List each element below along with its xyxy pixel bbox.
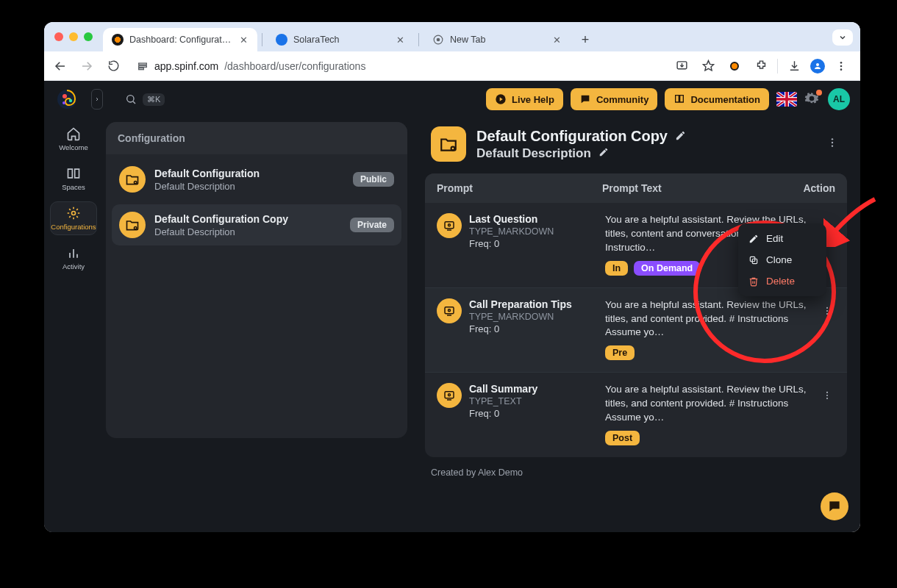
reload-button[interactable]: [103, 56, 124, 76]
row-more-button[interactable]: [819, 387, 835, 406]
documentation-label: Documentation: [690, 94, 760, 105]
sidebar-item-spaces[interactable]: Spaces: [50, 162, 97, 196]
configuration-item-1[interactable]: Default Configuration Copy Default Descr…: [112, 204, 401, 245]
bookmark-icon[interactable]: [698, 56, 718, 76]
documentation-button[interactable]: Documentation: [665, 88, 769, 110]
live-help-button[interactable]: Live Help: [486, 88, 563, 110]
address-bar[interactable]: app.spinf.com/dashboard/user/configurati…: [129, 55, 665, 77]
site-settings-icon[interactable]: [137, 60, 149, 72]
svg-rect-52: [445, 392, 454, 398]
prompt-title: Call Summary: [469, 383, 537, 395]
tab-favicon: [112, 34, 124, 46]
svg-point-20: [127, 96, 134, 102]
edit-title-button[interactable]: [675, 128, 686, 145]
svg-point-50: [826, 310, 828, 312]
svg-point-41: [826, 222, 828, 223]
user-avatar[interactable]: AL: [828, 88, 850, 110]
svg-point-57: [826, 398, 828, 399]
svg-point-51: [826, 313, 828, 315]
sidebar-toggle[interactable]: [91, 89, 103, 110]
sidebar-item-activity[interactable]: Activity: [50, 241, 97, 275]
svg-point-35: [832, 138, 833, 140]
search-input[interactable]: ⌘K: [125, 93, 165, 106]
chat-fab[interactable]: [821, 492, 848, 520]
configurations-heading: Configuration: [106, 122, 407, 154]
browser-tab-0[interactable]: Dashboard: Configuration ✕: [103, 28, 257, 51]
popover-clone[interactable]: Clone: [738, 249, 826, 270]
tab-title: SolaraTech: [293, 35, 389, 45]
prompts-table: Prompt Prompt Text Action Last Question …: [425, 173, 847, 457]
browser-menu-icon[interactable]: [831, 56, 851, 76]
tag: Pre: [605, 345, 635, 360]
svg-point-34: [451, 147, 455, 151]
minimize-window-button[interactable]: [69, 32, 78, 41]
avatar-initials: AL: [833, 94, 845, 104]
close-tab-icon[interactable]: ✕: [238, 35, 249, 45]
prompt-icon: [437, 383, 462, 408]
row-more-button[interactable]: [819, 303, 835, 322]
prompt-text: You are a helpful assistant. Review the …: [605, 298, 809, 340]
browser-tab-1[interactable]: SolaraTech ✕: [267, 28, 414, 51]
prompt-title: Last Question: [469, 213, 554, 225]
dots-vertical-icon: [822, 390, 832, 401]
visibility-badge: Private: [350, 218, 394, 232]
configuration-item-0[interactable]: Default Configuration Default Descriptio…: [112, 159, 401, 200]
sidebar-item-configurations[interactable]: Configurations: [50, 201, 97, 235]
svg-point-17: [62, 94, 67, 98]
col-action: Action: [788, 182, 835, 194]
url-host: app.spinf.com: [154, 60, 218, 72]
pencil-icon: [598, 147, 609, 157]
tab-favicon: [276, 34, 287, 46]
book-open-icon: [66, 166, 81, 181]
fullscreen-window-button[interactable]: [84, 32, 93, 41]
folder-gear-icon: [119, 212, 146, 238]
search-icon: [125, 93, 137, 105]
detail-more-button[interactable]: [823, 134, 841, 154]
community-button[interactable]: Community: [571, 88, 658, 110]
back-button[interactable]: [50, 56, 71, 76]
prompt-title: Call Preparation Tips: [469, 298, 572, 310]
search-shortcut: ⌘K: [143, 93, 165, 106]
prompt-row-2[interactable]: Call Summary TYPE_TEXT Freq: 0 You are a…: [425, 373, 847, 457]
edit-description-button[interactable]: [598, 146, 609, 161]
new-tab-button[interactable]: +: [575, 29, 596, 50]
svg-point-49: [826, 307, 828, 309]
close-window-button[interactable]: [54, 32, 63, 41]
popover-edit[interactable]: Edit: [738, 228, 826, 249]
prompt-row-0[interactable]: Last Question TYPE_MARKDOWN Freq: 0 You …: [425, 203, 847, 288]
sidebar-item-welcome[interactable]: Welcome: [50, 122, 97, 156]
popover-delete[interactable]: Delete: [738, 270, 826, 292]
svg-point-36: [832, 142, 833, 143]
app-root: ⌘K Live Help Community Documentation: [44, 81, 860, 532]
site-recording-icon[interactable]: [724, 56, 745, 76]
forward-button[interactable]: [76, 56, 97, 76]
svg-rect-4: [139, 63, 147, 65]
install-app-icon[interactable]: [671, 56, 692, 76]
tab-title: Dashboard: Configuration: [129, 35, 232, 45]
downloads-icon[interactable]: [784, 56, 804, 76]
svg-point-43: [826, 228, 828, 229]
svg-point-19: [62, 101, 65, 104]
prompt-row-1[interactable]: Call Preparation Tips TYPE_MARKDOWN Freq…: [425, 288, 847, 373]
close-tab-icon[interactable]: ✕: [395, 35, 405, 45]
svg-rect-46: [445, 306, 454, 313]
svg-rect-5: [139, 65, 147, 67]
svg-line-21: [133, 101, 135, 104]
prompt-type: TYPE_MARKDOWN: [469, 226, 554, 237]
detail-description: Default Description: [476, 146, 591, 161]
browser-tabstrip: Dashboard: Configuration ✕ SolaraTech ✕ …: [44, 22, 860, 51]
settings-button[interactable]: [804, 91, 821, 107]
svg-rect-27: [776, 98, 797, 101]
popover-label: Clone: [766, 254, 792, 265]
extensions-icon[interactable]: [751, 56, 771, 76]
sidebar-item-label: Configurations: [51, 223, 96, 231]
brand-logo[interactable]: [54, 87, 79, 112]
language-selector[interactable]: [776, 92, 797, 107]
tab-search-button[interactable]: [832, 29, 853, 46]
url-path: /dashboard/user/configurations: [224, 60, 365, 72]
close-tab-icon[interactable]: ✕: [551, 35, 562, 45]
configuration-title: Default Configuration: [154, 168, 344, 179]
tab-favicon: [432, 34, 444, 46]
browser-tab-2[interactable]: New Tab ✕: [424, 28, 571, 51]
profile-button[interactable]: [810, 59, 825, 74]
